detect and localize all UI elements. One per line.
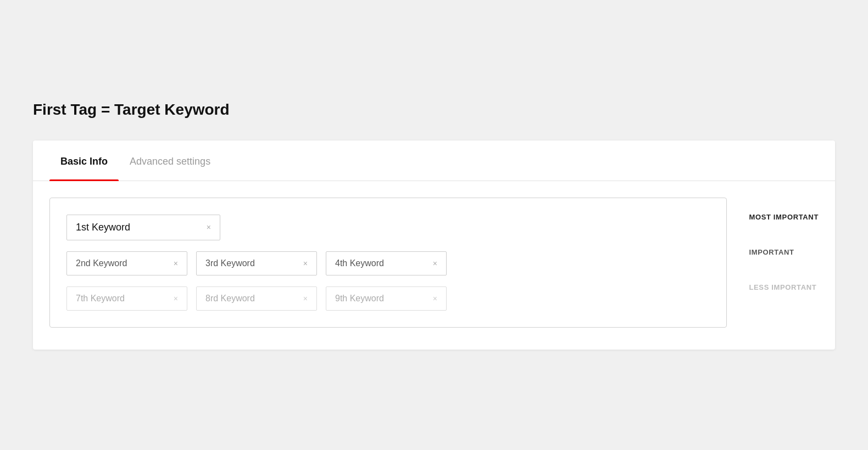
close-icon-1st[interactable]: × — [207, 223, 211, 231]
keyword-tag-9th[interactable]: 9th Keyword × — [326, 286, 447, 311]
keyword-label-3rd: 3rd Keyword — [205, 258, 255, 268]
keyword-tag-2nd[interactable]: 2nd Keyword × — [66, 251, 187, 275]
important-label: IMPORTANT — [749, 248, 794, 256]
keyword-label-8th: 8rd Keyword — [205, 294, 255, 303]
close-icon-9th[interactable]: × — [433, 295, 437, 302]
keyword-label-9th: 9th Keyword — [335, 294, 384, 303]
secondary-keyword-row: 2nd Keyword × 3rd Keyword × 4th Keyword … — [66, 251, 710, 275]
most-important-label: MOST IMPORTANT — [749, 213, 819, 221]
important-row: IMPORTANT — [749, 235, 819, 270]
less-important-row: LESS IMPORTANT — [749, 270, 819, 305]
close-icon-7th[interactable]: × — [174, 295, 178, 302]
keyword-tag-3rd[interactable]: 3rd Keyword × — [196, 251, 317, 275]
page-wrapper: First Tag = Target Keyword Basic Info Ad… — [0, 79, 868, 372]
page-title: First Tag = Target Keyword — [33, 101, 835, 119]
keyword-tag-1st[interactable]: 1st Keyword × — [66, 215, 220, 240]
less-important-label: LESS IMPORTANT — [749, 283, 816, 291]
tertiary-keyword-row: 7th Keyword × 8rd Keyword × 9th Keyword … — [66, 286, 710, 311]
close-icon-3rd[interactable]: × — [303, 260, 308, 267]
keyword-label-1st: 1st Keyword — [76, 222, 130, 233]
close-icon-2nd[interactable]: × — [174, 260, 178, 267]
close-icon-4th[interactable]: × — [433, 260, 437, 267]
keyword-tag-8th[interactable]: 8rd Keyword × — [196, 286, 317, 311]
card: Basic Info Advanced settings 1st Keyword… — [33, 140, 835, 350]
keyword-label-2nd: 2nd Keyword — [76, 258, 127, 268]
tab-advanced-settings[interactable]: Advanced settings — [119, 140, 221, 181]
tab-basic-info[interactable]: Basic Info — [49, 140, 119, 181]
tabs-bar: Basic Info Advanced settings — [33, 140, 835, 181]
keyword-tag-4th[interactable]: 4th Keyword × — [326, 251, 447, 275]
keywords-area: 1st Keyword × 2nd Keyword × 3rd Keyword … — [49, 198, 727, 328]
card-body: 1st Keyword × 2nd Keyword × 3rd Keyword … — [33, 181, 835, 350]
primary-keyword-row: 1st Keyword × — [66, 215, 710, 240]
most-important-row: MOST IMPORTANT — [749, 200, 819, 235]
keyword-label-7th: 7th Keyword — [76, 294, 125, 303]
importance-labels: MOST IMPORTANT IMPORTANT LESS IMPORTANT — [749, 198, 819, 305]
keyword-label-4th: 4th Keyword — [335, 258, 384, 268]
close-icon-8th[interactable]: × — [303, 295, 308, 302]
keyword-tag-7th[interactable]: 7th Keyword × — [66, 286, 187, 311]
